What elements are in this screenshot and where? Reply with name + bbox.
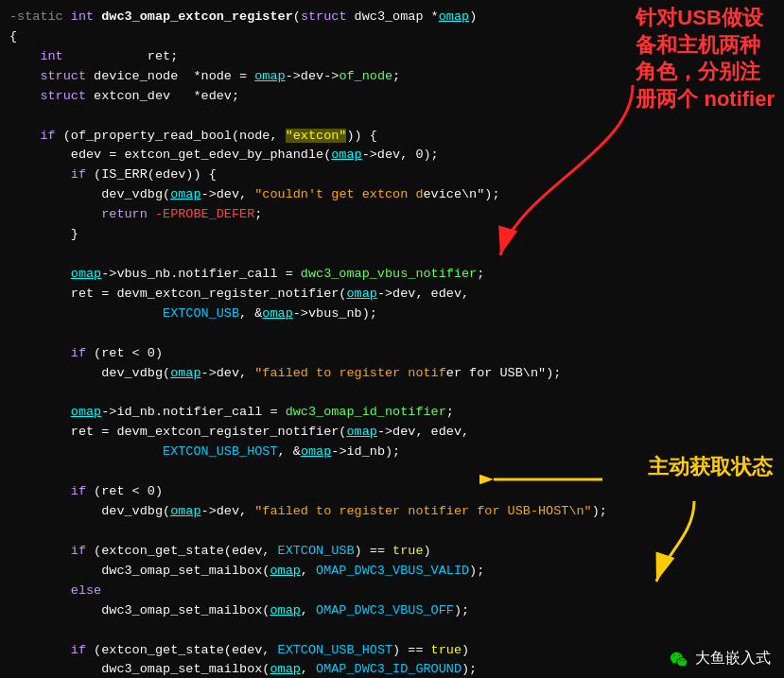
code-line-30: else: [9, 582, 775, 601]
code-line-20: [9, 384, 775, 404]
code-line-8: edev = extcon_get_edev_by_phandle(omap->…: [9, 146, 775, 165]
code-line-34: dwc3_omap_set_mailbox(omap, OMAP_DWC3_ID…: [9, 660, 775, 678]
code-line-21: omap->id_nb.notifier_call = dwc3_omap_id…: [9, 403, 775, 423]
code-container: -static int dwc3_omap_extcon_register(st…: [0, 0, 784, 678]
code-line-11: return -EPROBE_DEFER;: [9, 205, 775, 225]
code-line-22: ret = devm_extcon_register_notifier(omap…: [9, 423, 775, 443]
code-line-25: if (ret < 0): [9, 482, 775, 502]
code-line-24: [9, 462, 775, 482]
code-line-31: dwc3_omap_set_mailbox(omap, OMAP_DWC3_VB…: [9, 601, 775, 621]
code-line-29: dwc3_omap_set_mailbox(omap, OMAP_DWC3_VB…: [9, 562, 775, 582]
code-line-4: struct device_node *node = omap->dev->of…: [9, 67, 775, 87]
code-line-16: EXTCON_USB, &omap->vbus_nb);: [9, 304, 775, 324]
code-line-26: dev_vdbg(omap->dev, "failed to register …: [9, 502, 775, 522]
code-line-18: if (ret < 0): [9, 344, 775, 364]
code-line-15: ret = devm_extcon_register_notifier(omap…: [9, 285, 775, 304]
code-line-17: [9, 324, 775, 344]
code-line-33: if (extcon_get_state(edev, EXTCON_USB_HO…: [9, 641, 775, 661]
code-line-19: dev_vdbg(omap->dev, "failed to register …: [9, 364, 775, 384]
code-line-2: {: [9, 27, 775, 47]
code-line-6: [9, 107, 775, 127]
code-line-12: }: [9, 225, 775, 245]
code-line-9: if (IS_ERR(edev)) {: [9, 165, 775, 185]
code-line-14: omap->vbus_nb.notifier_call = dwc3_omap_…: [9, 265, 775, 285]
code-line-23: EXTCON_USB_HOST, &omap->id_nb);: [9, 443, 775, 462]
code-line-13: [9, 245, 775, 265]
code-line-32: [9, 621, 775, 641]
code-line-10: dev_vdbg(omap->dev, "couldn't get extcon…: [9, 185, 775, 205]
code-line-3: int ret;: [9, 47, 775, 67]
code-line-27: [9, 522, 775, 542]
code-line-1: -static int dwc3_omap_extcon_register(st…: [9, 8, 775, 27]
code-line-7: if (of_property_read_bool(node, "extcon"…: [9, 127, 775, 147]
code-line-28: if (extcon_get_state(edev, EXTCON_USB) =…: [9, 542, 775, 562]
code-line-5: struct extcon_dev *edev;: [9, 87, 775, 107]
